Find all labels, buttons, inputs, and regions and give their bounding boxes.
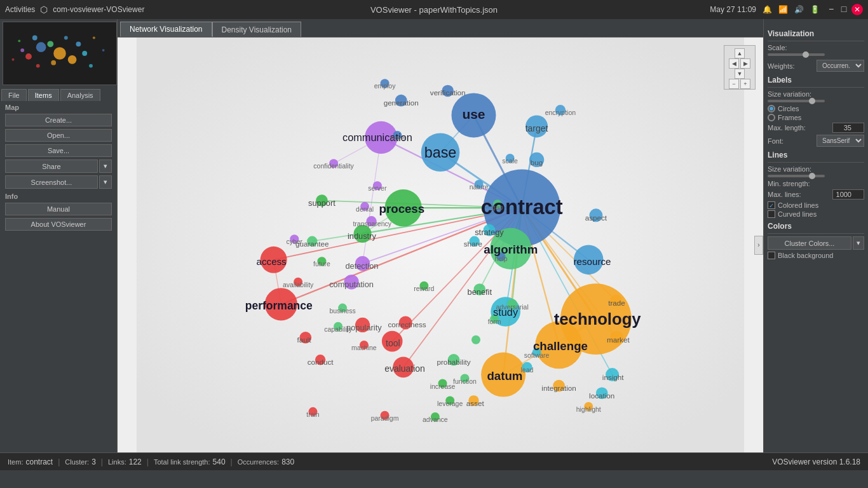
svg-text:generation: generation bbox=[384, 98, 419, 107]
nav-top-row: ▲ bbox=[735, 48, 745, 58]
main-area: File Items Analysis Map Create... Open..… bbox=[0, 19, 868, 452]
about-button[interactable]: About VOSviewer bbox=[5, 218, 112, 231]
black-background-row: Black background bbox=[768, 252, 864, 259]
labels-size-slider-track[interactable] bbox=[768, 100, 825, 102]
close-button[interactable]: ✕ bbox=[851, 4, 863, 15]
lines-section-title: Lines bbox=[768, 151, 864, 159]
manual-button[interactable]: Manual bbox=[5, 203, 112, 215]
max-lines-input[interactable] bbox=[832, 189, 864, 200]
nav-right-button[interactable]: ▶ bbox=[740, 58, 750, 69]
font-select[interactable]: SansSerif bbox=[817, 135, 864, 147]
frames-label: Frames bbox=[778, 114, 801, 121]
svg-text:server: server bbox=[368, 185, 387, 192]
share-row: Share ▾ bbox=[5, 159, 112, 173]
nav-zoom-in-button[interactable]: + bbox=[740, 79, 750, 89]
circles-label: Circles bbox=[778, 105, 799, 112]
frames-radio-row: Frames bbox=[768, 114, 864, 121]
screenshot-dropdown-arrow[interactable]: ▾ bbox=[99, 175, 112, 189]
black-background-label: Black background bbox=[778, 252, 833, 259]
expand-button[interactable]: › bbox=[754, 236, 763, 255]
cluster-colors-button[interactable]: Cluster Colors... bbox=[768, 236, 851, 250]
restore-button[interactable]: □ bbox=[839, 4, 849, 14]
svg-text:adversarial: adversarial bbox=[496, 304, 528, 311]
activities-label[interactable]: Activities bbox=[5, 5, 35, 14]
curved-lines-checkbox[interactable] bbox=[768, 210, 775, 218]
svg-text:benefit: benefit bbox=[468, 287, 492, 297]
lines-size-slider-thumb[interactable] bbox=[809, 173, 815, 179]
tab-file[interactable]: File bbox=[1, 89, 27, 101]
titlebar: Activities ⬡ com-vosviewer-VOSviewer VOS… bbox=[0, 0, 868, 19]
svg-text:cyber: cyber bbox=[286, 238, 302, 245]
save-button[interactable]: Save... bbox=[5, 144, 112, 157]
tab-density-visualization[interactable]: Density Visualization bbox=[212, 22, 302, 37]
max-length-input[interactable] bbox=[832, 123, 864, 133]
curved-lines-row: Curved lines bbox=[768, 210, 864, 218]
nav-zoom-out-button[interactable]: − bbox=[729, 79, 739, 89]
scale-label: Scale: bbox=[768, 44, 787, 51]
statusbar: Item: contract | Cluster: 3 | Links: 122… bbox=[0, 452, 868, 470]
screenshot-button[interactable]: Screenshot... bbox=[5, 175, 98, 189]
scale-row: Scale: bbox=[768, 44, 864, 51]
statusbar-links-value: 122 bbox=[129, 458, 142, 466]
vis-divider bbox=[768, 41, 864, 41]
black-background-checkbox[interactable] bbox=[768, 252, 775, 259]
svg-text:nature: nature bbox=[470, 184, 489, 191]
nav-left-button[interactable]: ◀ bbox=[729, 58, 739, 69]
frames-radio[interactable] bbox=[768, 114, 775, 121]
weights-label: Weights: bbox=[768, 62, 795, 70]
visualization-area[interactable]: contract technology algorithm use commun… bbox=[118, 37, 763, 452]
battery-icon: 🔋 bbox=[810, 5, 820, 14]
scale-slider-track[interactable] bbox=[768, 53, 825, 56]
font-row: Font: SansSerif bbox=[768, 135, 864, 147]
font-label: Font: bbox=[768, 137, 783, 145]
tab-analysis[interactable]: Analysis bbox=[60, 89, 100, 101]
svg-text:algorithm: algorithm bbox=[484, 243, 538, 256]
statusbar-occurrences-value: 830 bbox=[281, 458, 294, 466]
tab-items[interactable]: Items bbox=[28, 89, 59, 101]
nav-down-button[interactable]: ▼ bbox=[735, 69, 745, 79]
svg-text:resource: resource bbox=[574, 256, 611, 267]
nav-bot-row: ▼ bbox=[735, 69, 745, 79]
svg-text:target: target bbox=[526, 123, 548, 133]
tab-network-visualization[interactable]: Network Visualization bbox=[120, 22, 212, 37]
svg-text:software: software bbox=[524, 352, 550, 359]
preview-svg bbox=[3, 22, 116, 85]
svg-text:scale: scale bbox=[502, 158, 518, 165]
mini-map-preview[interactable] bbox=[3, 22, 117, 85]
create-button[interactable]: Create... bbox=[5, 114, 112, 126]
labels-size-slider-thumb[interactable] bbox=[809, 98, 815, 104]
navigation-widget: ▲ ◀ ▶ ▼ − + bbox=[724, 45, 756, 90]
left-panel-tabs: File Items Analysis bbox=[0, 88, 117, 101]
share-button[interactable]: Share bbox=[5, 159, 98, 173]
svg-text:capability: capability bbox=[324, 326, 352, 333]
svg-point-0 bbox=[36, 42, 46, 52]
svg-point-5 bbox=[25, 53, 32, 60]
svg-text:evaluation: evaluation bbox=[384, 363, 425, 374]
svg-point-9 bbox=[51, 60, 56, 65]
cluster-colors-arrow[interactable]: ▾ bbox=[853, 236, 864, 250]
svg-point-16 bbox=[102, 49, 105, 51]
visualization-tabs: Network Visualization Density Visualizat… bbox=[118, 19, 763, 37]
scale-slider-thumb[interactable] bbox=[803, 51, 809, 58]
labels-size-row: Size variation: bbox=[768, 90, 864, 98]
app-icon: ⬡ bbox=[40, 4, 48, 15]
svg-text:datum: datum bbox=[487, 369, 522, 383]
svg-text:aspect: aspect bbox=[585, 214, 607, 222]
info-section-label: Info bbox=[0, 190, 117, 201]
colored-lines-checkbox[interactable]: ✓ bbox=[768, 201, 775, 209]
weights-select[interactable]: Occurren... bbox=[817, 60, 864, 72]
open-button[interactable]: Open... bbox=[5, 129, 112, 142]
share-dropdown-arrow[interactable]: ▾ bbox=[99, 159, 112, 173]
svg-point-3 bbox=[32, 36, 37, 41]
svg-text:leverage: leverage bbox=[437, 400, 463, 407]
weights-row: Weights: Occurren... bbox=[768, 60, 864, 72]
visualization-svg: contract technology algorithm use commun… bbox=[118, 37, 763, 452]
circles-radio[interactable] bbox=[768, 105, 775, 112]
nav-up-button[interactable]: ▲ bbox=[735, 48, 745, 58]
svg-point-10 bbox=[36, 64, 40, 68]
min-strength-label: Min. strength: bbox=[768, 180, 810, 187]
minimize-button[interactable]: − bbox=[826, 4, 836, 14]
lines-size-slider-track[interactable] bbox=[768, 175, 825, 177]
window-title: VOSviewer - paperWithTopics.json bbox=[370, 5, 498, 15]
svg-text:gap: gap bbox=[492, 204, 503, 211]
